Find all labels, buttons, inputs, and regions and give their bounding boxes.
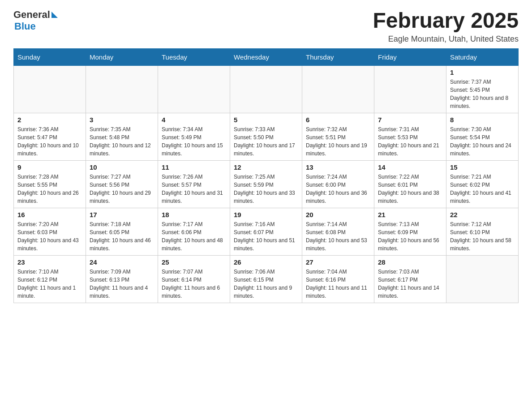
day-info: Sunrise: 7:13 AMSunset: 6:09 PMDaylight:…: [378, 220, 442, 253]
day-number: 25: [162, 258, 226, 266]
day-number: 4: [162, 116, 226, 124]
calendar-cell: 23Sunrise: 7:10 AMSunset: 6:12 PMDayligh…: [14, 255, 86, 303]
day-info: Sunrise: 7:25 AMSunset: 5:59 PMDaylight:…: [234, 173, 298, 205]
week-row-3: 9Sunrise: 7:28 AMSunset: 5:55 PMDaylight…: [14, 160, 519, 208]
calendar-cell: 22Sunrise: 7:12 AMSunset: 6:10 PMDayligh…: [446, 208, 519, 255]
day-info: Sunrise: 7:27 AMSunset: 5:56 PMDaylight:…: [90, 173, 154, 205]
logo: General Blue: [13, 9, 58, 32]
day-number: 26: [234, 258, 298, 266]
calendar-cell: 4Sunrise: 7:34 AMSunset: 5:49 PMDaylight…: [158, 113, 230, 160]
calendar-cell: [374, 65, 446, 113]
day-number: 27: [306, 258, 370, 266]
day-number: 11: [162, 163, 226, 171]
calendar-cell: 13Sunrise: 7:24 AMSunset: 6:00 PMDayligh…: [302, 160, 374, 208]
weekday-header-wednesday: Wednesday: [230, 48, 302, 65]
calendar-table: SundayMondayTuesdayWednesdayThursdayFrid…: [13, 48, 519, 303]
day-info: Sunrise: 7:24 AMSunset: 6:00 PMDaylight:…: [306, 173, 370, 205]
weekday-header-row: SundayMondayTuesdayWednesdayThursdayFrid…: [14, 48, 519, 65]
day-info: Sunrise: 7:34 AMSunset: 5:49 PMDaylight:…: [162, 125, 226, 158]
weekday-header-thursday: Thursday: [302, 48, 374, 65]
weekday-header-friday: Friday: [374, 48, 446, 65]
logo-arrow-icon: [51, 12, 58, 18]
calendar-cell: 11Sunrise: 7:26 AMSunset: 5:57 PMDayligh…: [158, 160, 230, 208]
day-number: 14: [378, 163, 442, 171]
day-info: Sunrise: 7:17 AMSunset: 6:06 PMDaylight:…: [162, 220, 226, 253]
calendar-cell: [86, 65, 158, 113]
day-number: 3: [90, 116, 154, 124]
day-number: 19: [234, 211, 298, 218]
calendar-cell: 2Sunrise: 7:36 AMSunset: 5:47 PMDaylight…: [14, 113, 86, 160]
calendar-cell: [302, 65, 374, 113]
weekday-header-tuesday: Tuesday: [158, 48, 230, 65]
calendar-cell: 15Sunrise: 7:21 AMSunset: 6:02 PMDayligh…: [446, 160, 519, 208]
week-row-1: 1Sunrise: 7:37 AMSunset: 5:45 PMDaylight…: [14, 65, 519, 113]
day-number: 16: [17, 211, 82, 218]
week-row-4: 16Sunrise: 7:20 AMSunset: 6:03 PMDayligh…: [14, 208, 519, 255]
day-number: 6: [306, 116, 370, 124]
logo-general-text: General: [13, 9, 50, 21]
day-number: 21: [378, 211, 442, 218]
day-info: Sunrise: 7:12 AMSunset: 6:10 PMDaylight:…: [450, 220, 515, 253]
day-number: 7: [378, 116, 442, 124]
calendar-cell: 16Sunrise: 7:20 AMSunset: 6:03 PMDayligh…: [14, 208, 86, 255]
weekday-header-saturday: Saturday: [446, 48, 519, 65]
day-number: 23: [17, 258, 82, 266]
calendar-cell: 1Sunrise: 7:37 AMSunset: 5:45 PMDaylight…: [446, 65, 519, 113]
calendar-cell: 8Sunrise: 7:30 AMSunset: 5:54 PMDaylight…: [446, 113, 519, 160]
calendar-cell: [14, 65, 86, 113]
day-info: Sunrise: 7:33 AMSunset: 5:50 PMDaylight:…: [234, 125, 298, 158]
title-block: February 2025 Eagle Mountain, Utah, Unit…: [373, 9, 519, 44]
calendar-cell: 7Sunrise: 7:31 AMSunset: 5:53 PMDaylight…: [374, 113, 446, 160]
calendar-cell: 17Sunrise: 7:18 AMSunset: 6:05 PMDayligh…: [86, 208, 158, 255]
page-header: General Blue February 2025 Eagle Mountai…: [13, 9, 519, 44]
day-info: Sunrise: 7:06 AMSunset: 6:15 PMDaylight:…: [234, 268, 298, 300]
calendar-cell: 3Sunrise: 7:35 AMSunset: 5:48 PMDaylight…: [86, 113, 158, 160]
calendar-cell: [230, 65, 302, 113]
day-info: Sunrise: 7:37 AMSunset: 5:45 PMDaylight:…: [450, 78, 515, 110]
day-number: 10: [90, 163, 154, 171]
calendar-cell: 26Sunrise: 7:06 AMSunset: 6:15 PMDayligh…: [230, 255, 302, 303]
calendar-cell: 19Sunrise: 7:16 AMSunset: 6:07 PMDayligh…: [230, 208, 302, 255]
weekday-header-monday: Monday: [86, 48, 158, 65]
day-number: 13: [306, 163, 370, 171]
day-info: Sunrise: 7:36 AMSunset: 5:47 PMDaylight:…: [17, 125, 82, 158]
calendar-cell: 14Sunrise: 7:22 AMSunset: 6:01 PMDayligh…: [374, 160, 446, 208]
calendar-cell: 6Sunrise: 7:32 AMSunset: 5:51 PMDaylight…: [302, 113, 374, 160]
location-label: Eagle Mountain, Utah, United States: [373, 34, 519, 44]
day-info: Sunrise: 7:04 AMSunset: 6:16 PMDaylight:…: [306, 268, 370, 300]
day-info: Sunrise: 7:16 AMSunset: 6:07 PMDaylight:…: [234, 220, 298, 253]
logo-blue-text: Blue: [14, 21, 36, 32]
day-info: Sunrise: 7:28 AMSunset: 5:55 PMDaylight:…: [17, 173, 82, 205]
day-number: 18: [162, 211, 226, 218]
day-number: 12: [234, 163, 298, 171]
calendar-cell: 20Sunrise: 7:14 AMSunset: 6:08 PMDayligh…: [302, 208, 374, 255]
day-number: 8: [450, 116, 515, 124]
day-info: Sunrise: 7:22 AMSunset: 6:01 PMDaylight:…: [378, 173, 442, 205]
day-number: 2: [17, 116, 82, 124]
day-number: 5: [234, 116, 298, 124]
day-info: Sunrise: 7:32 AMSunset: 5:51 PMDaylight:…: [306, 125, 370, 158]
day-info: Sunrise: 7:18 AMSunset: 6:05 PMDaylight:…: [90, 220, 154, 253]
calendar-cell: 24Sunrise: 7:09 AMSunset: 6:13 PMDayligh…: [86, 255, 158, 303]
day-number: 1: [450, 68, 515, 76]
week-row-2: 2Sunrise: 7:36 AMSunset: 5:47 PMDaylight…: [14, 113, 519, 160]
calendar-cell: [446, 255, 519, 303]
calendar-cell: 9Sunrise: 7:28 AMSunset: 5:55 PMDaylight…: [14, 160, 86, 208]
day-info: Sunrise: 7:35 AMSunset: 5:48 PMDaylight:…: [90, 125, 154, 158]
day-number: 17: [90, 211, 154, 218]
day-info: Sunrise: 7:26 AMSunset: 5:57 PMDaylight:…: [162, 173, 226, 205]
calendar-cell: 27Sunrise: 7:04 AMSunset: 6:16 PMDayligh…: [302, 255, 374, 303]
calendar-cell: [158, 65, 230, 113]
calendar-cell: 21Sunrise: 7:13 AMSunset: 6:09 PMDayligh…: [374, 208, 446, 255]
calendar-cell: 18Sunrise: 7:17 AMSunset: 6:06 PMDayligh…: [158, 208, 230, 255]
day-info: Sunrise: 7:31 AMSunset: 5:53 PMDaylight:…: [378, 125, 442, 158]
calendar-cell: 25Sunrise: 7:07 AMSunset: 6:14 PMDayligh…: [158, 255, 230, 303]
weekday-header-sunday: Sunday: [14, 48, 86, 65]
day-number: 24: [90, 258, 154, 266]
week-row-5: 23Sunrise: 7:10 AMSunset: 6:12 PMDayligh…: [14, 255, 519, 303]
day-info: Sunrise: 7:21 AMSunset: 6:02 PMDaylight:…: [450, 173, 515, 205]
day-number: 28: [378, 258, 442, 266]
day-number: 15: [450, 163, 515, 171]
day-info: Sunrise: 7:07 AMSunset: 6:14 PMDaylight:…: [162, 268, 226, 300]
day-number: 9: [17, 163, 82, 171]
